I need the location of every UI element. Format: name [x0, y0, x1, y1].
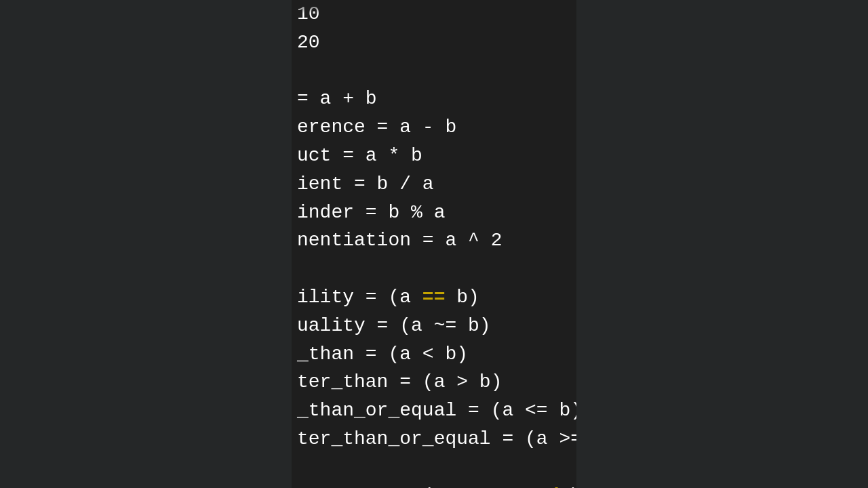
code-line: ter_than = (a > b) [297, 368, 570, 396]
code-line: erence = a - b [297, 113, 570, 142]
code-line: ter_than_or_equal = (a >= b) [297, 425, 570, 453]
right-panel [576, 0, 868, 488]
code-line: uality = (a ~= b) [297, 312, 570, 340]
code-line: ility = (a == b) [297, 283, 570, 312]
code-line: ient = b / a [297, 170, 570, 199]
code-line: uct = a * b [297, 142, 570, 170]
code-line: inder = b % a [297, 199, 570, 227]
code-editor: 1020 = a + berence = a - buct = a * bien… [292, 0, 576, 488]
left-panel [0, 0, 292, 488]
code-line [297, 453, 570, 482]
code-content: 1020 = a + berence = a - buct = a * bien… [292, 0, 576, 488]
code-line: _than = (a < b) [297, 340, 570, 369]
code-line: 20 [297, 28, 570, 57]
code-line: 10 [297, 0, 570, 28]
code-line [297, 57, 570, 85]
code-line: _than_or_equal = (a <= b) [297, 396, 570, 425]
code-line: nentiation = a ^ 2 [297, 226, 570, 255]
code-line: = a + b [297, 85, 570, 113]
code-line [297, 255, 570, 283]
code-line: operator = (a == 10 and b == [297, 482, 570, 488]
